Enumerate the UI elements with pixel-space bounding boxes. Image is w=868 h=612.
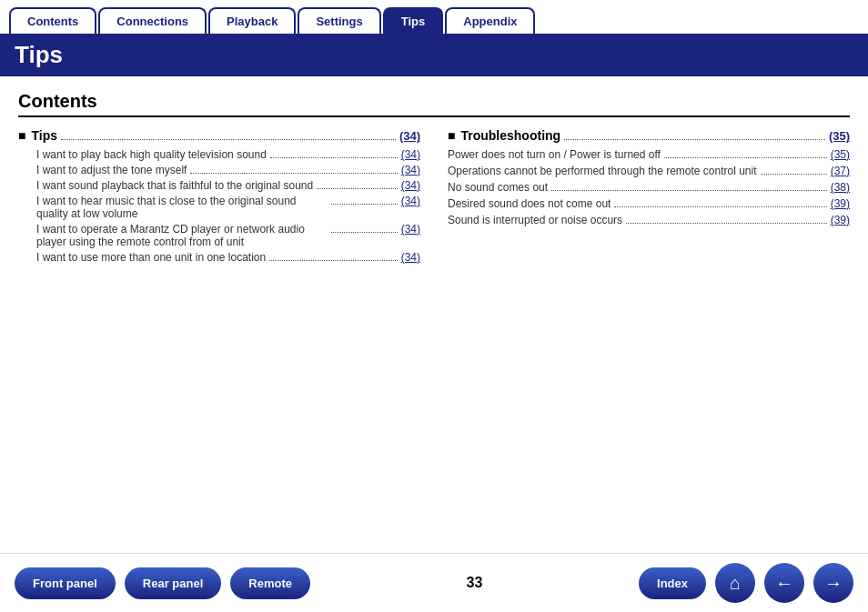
item-text: I want sound playback that is faithful t… — [36, 179, 313, 192]
footer-left-buttons: Front panel Rear panel Remote — [15, 567, 310, 599]
header-bar: Tips — [0, 34, 868, 76]
item-page[interactable]: (39) — [831, 214, 850, 226]
left-column: ■ Tips (34) I want to play back high qua… — [18, 128, 420, 266]
footer-page-number: 33 — [310, 575, 639, 591]
dots-decoration — [761, 174, 827, 175]
tab-contents[interactable]: Contents — [9, 7, 96, 34]
rear-panel-button[interactable]: Rear panel — [125, 567, 221, 599]
dots-decoration — [190, 173, 397, 174]
arrow-left-icon: ← — [775, 573, 793, 594]
forward-button[interactable]: → — [813, 563, 853, 603]
list-item: Desired sound does not come out (39) — [448, 197, 850, 210]
tips-heading-text: Tips — [31, 128, 57, 143]
right-column: ■ Troubleshooting (35) Power does not tu… — [448, 128, 850, 266]
footer: Front panel Rear panel Remote 33 Index ⌂… — [0, 553, 868, 612]
dots-decoration — [269, 260, 397, 261]
two-column-layout: ■ Tips (34) I want to play back high qua… — [18, 128, 850, 266]
dots-decoration — [270, 157, 398, 158]
dots-decoration — [331, 204, 398, 205]
tab-settings[interactable]: Settings — [298, 7, 380, 34]
list-item: I want to use more than one unit in one … — [18, 251, 420, 264]
item-page[interactable]: (34) — [401, 195, 420, 207]
troubleshooting-heading-page[interactable]: (35) — [829, 129, 850, 143]
front-panel-button[interactable]: Front panel — [15, 567, 116, 599]
dots-decoration — [564, 139, 825, 140]
item-page[interactable]: (34) — [401, 179, 420, 192]
main-content: Contents ■ Tips (34) I want to play back… — [0, 76, 868, 281]
item-text: I want to use more than one unit in one … — [36, 251, 266, 264]
list-item: I want sound playback that is faithful t… — [18, 179, 420, 192]
item-page[interactable]: (34) — [401, 223, 420, 236]
item-text: Operations cannot be performed through t… — [448, 165, 757, 177]
item-text: I want to hear music that is close to th… — [36, 195, 328, 220]
item-page[interactable]: (37) — [831, 165, 850, 177]
list-item: Sound is interrupted or noise occurs (39… — [448, 214, 850, 226]
remote-button[interactable]: Remote — [230, 567, 310, 599]
square-icon: ■ — [18, 128, 25, 143]
home-icon: ⌂ — [730, 573, 741, 594]
tab-appendix[interactable]: Appendix — [445, 7, 535, 34]
item-text: No sound comes out — [448, 181, 548, 194]
tab-playback[interactable]: Playback — [208, 7, 296, 34]
item-page[interactable]: (38) — [831, 181, 850, 194]
item-text: I want to play back high quality televis… — [36, 148, 267, 161]
dots-decoration — [61, 139, 396, 140]
page-title: Tips — [15, 41, 853, 69]
tips-heading-page[interactable]: (34) — [399, 129, 420, 143]
item-text: Desired sound does not come out — [448, 197, 611, 210]
back-button[interactable]: ← — [764, 563, 804, 603]
index-button[interactable]: Index — [639, 567, 706, 599]
item-page[interactable]: (35) — [831, 148, 850, 161]
dots-decoration — [626, 223, 827, 224]
list-item: I want to hear music that is close to th… — [18, 195, 420, 220]
item-page[interactable]: (34) — [401, 148, 420, 161]
item-page[interactable]: (39) — [831, 197, 850, 210]
list-item: Operations cannot be performed through t… — [448, 165, 850, 177]
dots-decoration — [551, 190, 827, 191]
item-page[interactable]: (34) — [401, 164, 420, 176]
section-title: Contents — [18, 91, 850, 117]
list-item: No sound comes out (38) — [448, 181, 850, 194]
item-text: I want to adjust the tone myself — [36, 164, 187, 176]
arrow-right-icon: → — [824, 573, 843, 594]
tips-heading: ■ Tips (34) — [18, 128, 420, 143]
footer-right-buttons: Index ⌂ ← → — [639, 563, 853, 603]
item-page[interactable]: (34) — [401, 251, 420, 264]
troubleshooting-heading: ■ Troubleshooting (35) — [448, 128, 850, 143]
dots-decoration — [331, 232, 398, 233]
troubleshooting-heading-text: Troubleshooting — [460, 128, 560, 143]
dots-decoration — [317, 188, 397, 189]
home-button[interactable]: ⌂ — [715, 563, 755, 603]
list-item: Power does not turn on / Power is turned… — [448, 148, 850, 161]
list-item: I want to adjust the tone myself (34) — [18, 164, 420, 176]
list-item: I want to operate a Marantz CD player or… — [18, 223, 420, 248]
item-text: I want to operate a Marantz CD player or… — [36, 223, 328, 248]
dots-decoration — [664, 157, 827, 158]
list-item: I want to play back high quality televis… — [18, 148, 420, 161]
dots-decoration — [614, 206, 826, 207]
square-icon: ■ — [448, 128, 455, 143]
item-text: Sound is interrupted or noise occurs — [448, 214, 622, 226]
item-text: Power does not turn on / Power is turned… — [448, 148, 661, 161]
tab-bar: Contents Connections Playback Settings T… — [0, 0, 868, 34]
tab-connections[interactable]: Connections — [98, 7, 207, 34]
tab-tips[interactable]: Tips — [383, 7, 444, 34]
